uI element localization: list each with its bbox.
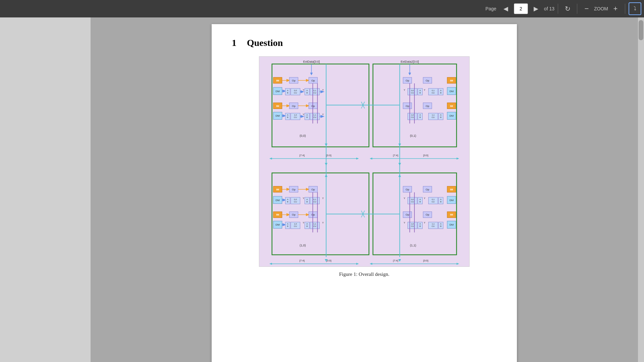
- svg-text:B: B: [419, 225, 421, 227]
- svg-text:A: A: [440, 223, 441, 225]
- svg-text:CU: CU: [313, 225, 316, 227]
- section-number: 1: [232, 38, 236, 48]
- svg-text:A: A: [419, 89, 421, 92]
- svg-text:B: B: [419, 116, 421, 118]
- svg-text:B: B: [287, 116, 288, 118]
- svg-text:DM: DM: [449, 223, 453, 226]
- reset-view-button[interactable]: ↻: [561, 3, 574, 15]
- circuit-diagram: ExtData[3:0] ExtData2[3:0]: [259, 56, 470, 267]
- svg-text:CU: CU: [313, 116, 316, 118]
- svg-text:0,0: 0,0: [294, 89, 297, 92]
- svg-text:IM: IM: [276, 105, 279, 108]
- svg-text:Y: Y: [303, 89, 305, 91]
- svg-text:Op: Op: [311, 188, 315, 191]
- svg-text:CU: CU: [432, 92, 435, 94]
- svg-text:CU: CU: [294, 201, 297, 203]
- svg-text:B: B: [307, 225, 308, 227]
- svg-text:ExtData[3:0]: ExtData[3:0]: [303, 60, 320, 63]
- svg-text:CU: CU: [411, 225, 414, 227]
- svg-text:[3:0]: [3:0]: [423, 259, 428, 262]
- svg-text:IM: IM: [276, 188, 279, 191]
- svg-text:A: A: [287, 223, 288, 225]
- fit-page-button[interactable]: ⤵: [629, 2, 641, 15]
- svg-text:CU: CU: [313, 92, 316, 94]
- svg-text:DM: DM: [276, 114, 280, 117]
- svg-text:A: A: [287, 198, 288, 200]
- svg-text:A: A: [440, 198, 441, 200]
- total-pages-label: of 13: [544, 6, 554, 11]
- svg-text:B: B: [419, 201, 421, 203]
- svg-text:(0,0): (0,0): [300, 134, 306, 137]
- svg-text:0,1: 0,1: [432, 198, 435, 200]
- svg-text:1,0: 1,0: [411, 223, 414, 225]
- svg-text:B: B: [287, 92, 288, 94]
- svg-text:Y: Y: [404, 197, 406, 199]
- svg-text:DM: DM: [449, 199, 453, 202]
- page-number-input[interactable]: [514, 3, 528, 14]
- svg-text:[7:4]: [7:4]: [393, 259, 398, 262]
- document-page: 1 Question ExtData[3:0] ExtData2[3:0]: [212, 24, 517, 362]
- svg-text:0,1: 0,1: [313, 198, 316, 200]
- svg-text:A: A: [419, 198, 421, 200]
- svg-text:DM: DM: [276, 223, 280, 226]
- svg-text:CU: CU: [313, 201, 316, 203]
- svg-text:Op: Op: [406, 213, 409, 216]
- svg-text:0,0: 0,0: [411, 198, 414, 200]
- svg-text:1,1: 1,1: [313, 223, 316, 225]
- scrollbar-thumb[interactable]: [639, 20, 643, 40]
- svg-text:Op: Op: [426, 188, 429, 191]
- svg-text:CU: CU: [411, 92, 414, 94]
- svg-text:Y: Y: [404, 89, 406, 91]
- page-controls: Page ◀ ▶ of 13: [485, 3, 554, 15]
- svg-text:1,0: 1,0: [411, 114, 414, 116]
- svg-text:1,0: 1,0: [294, 114, 297, 116]
- page-label: Page: [485, 6, 496, 11]
- svg-text:Op: Op: [311, 79, 315, 82]
- svg-text:B: B: [287, 225, 288, 227]
- svg-text:CU: CU: [432, 201, 435, 203]
- svg-text:Y: Y: [303, 113, 305, 116]
- svg-text:A: A: [307, 223, 308, 225]
- svg-text:B: B: [419, 92, 421, 94]
- svg-rect-0: [259, 57, 469, 266]
- svg-text:Y: Y: [322, 197, 324, 199]
- svg-text:(1,0): (1,0): [300, 244, 306, 247]
- svg-text:CU: CU: [294, 92, 297, 94]
- svg-text:CU: CU: [411, 116, 414, 118]
- svg-text:0,1: 0,1: [432, 89, 435, 92]
- svg-text:0,0: 0,0: [294, 198, 297, 200]
- figure-caption: Figure 1: Overall design.: [339, 272, 389, 277]
- svg-text:Y: Y: [322, 89, 324, 91]
- prev-page-button[interactable]: ◀: [500, 3, 512, 15]
- svg-text:0,0: 0,0: [411, 89, 414, 92]
- svg-text:Op: Op: [406, 105, 409, 108]
- svg-text:DM: DM: [276, 199, 280, 202]
- divider-2: [577, 4, 577, 14]
- svg-text:Op: Op: [292, 213, 296, 216]
- svg-text:Y: Y: [404, 222, 406, 224]
- svg-text:Y: Y: [424, 197, 425, 199]
- svg-text:B: B: [307, 201, 308, 203]
- next-page-button[interactable]: ▶: [530, 3, 542, 15]
- divider-1: [558, 4, 558, 14]
- divider-3: [625, 4, 625, 14]
- zoom-out-button[interactable]: −: [581, 3, 593, 15]
- svg-text:1,0: 1,0: [294, 223, 297, 225]
- svg-text:DM: DM: [449, 90, 453, 93]
- svg-text:DM: DM: [449, 114, 453, 117]
- svg-text:[7:4]: [7:4]: [393, 154, 398, 157]
- svg-text:IM: IM: [276, 79, 279, 82]
- zoom-in-button[interactable]: +: [609, 3, 622, 15]
- svg-text:A: A: [307, 89, 308, 92]
- svg-text:IM: IM: [450, 105, 453, 108]
- svg-text:1,1: 1,1: [432, 223, 435, 225]
- svg-text:B: B: [287, 201, 288, 203]
- zoom-label: ZOOM: [594, 6, 608, 11]
- right-scrollbar[interactable]: [638, 17, 644, 362]
- svg-text:Y: Y: [424, 222, 425, 224]
- svg-text:Op: Op: [292, 79, 296, 82]
- svg-text:B: B: [307, 92, 308, 94]
- svg-text:Y: Y: [322, 222, 324, 224]
- svg-text:ExtData2[3:0]: ExtData2[3:0]: [400, 60, 419, 63]
- svg-text:A: A: [440, 89, 441, 92]
